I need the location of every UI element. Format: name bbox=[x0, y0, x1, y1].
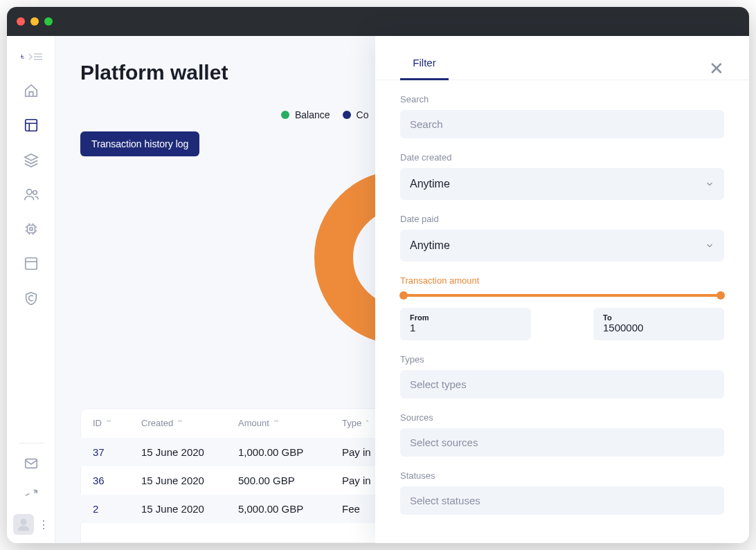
row-amount: 5,000.00 GBP bbox=[238, 503, 342, 515]
collapse-icon[interactable] bbox=[28, 53, 42, 60]
row-id-link[interactable]: 36 bbox=[93, 475, 105, 486]
th-id[interactable]: ID˄˅ bbox=[93, 418, 141, 428]
titlebar bbox=[7, 7, 749, 36]
chevron-down-icon bbox=[705, 179, 714, 189]
filter-tab[interactable]: Filter bbox=[400, 57, 449, 80]
row-amount: 1,000.00 GBP bbox=[238, 446, 342, 458]
content: ⋮ Platform wallet Balance Co Transaction… bbox=[7, 36, 749, 543]
amount-from-input[interactable]: From 1 bbox=[400, 308, 531, 340]
date-paid-label: Date paid bbox=[400, 214, 724, 224]
row-id-link[interactable]: 37 bbox=[93, 446, 105, 458]
share-icon[interactable] bbox=[24, 488, 39, 503]
close-icon[interactable]: ✕ bbox=[709, 59, 724, 77]
svg-point-1 bbox=[26, 190, 31, 194]
sidebar: ⋮ bbox=[7, 36, 55, 543]
row-created: 15 June 2020 bbox=[141, 503, 238, 515]
date-created-select[interactable]: Anytime bbox=[400, 168, 724, 200]
types-select[interactable]: Select types bbox=[400, 370, 724, 398]
layers-icon[interactable] bbox=[24, 152, 39, 167]
sources-label: Sources bbox=[400, 412, 724, 423]
statuses-label: Statuses bbox=[400, 470, 724, 481]
sidebar-nav bbox=[24, 83, 39, 306]
slider-handle-from[interactable] bbox=[399, 291, 408, 300]
date-paid-select[interactable]: Anytime bbox=[400, 230, 724, 262]
chip-icon[interactable] bbox=[24, 221, 39, 237]
shield-icon[interactable] bbox=[24, 291, 39, 306]
row-amount: 500.00 GBP bbox=[238, 475, 342, 486]
chevron-down-icon bbox=[705, 241, 714, 250]
window-controls bbox=[17, 17, 53, 26]
row-id-link[interactable]: 2 bbox=[93, 503, 98, 515]
window-close-button[interactable] bbox=[17, 17, 25, 26]
app-window: ⋮ Platform wallet Balance Co Transaction… bbox=[7, 7, 749, 543]
th-amount[interactable]: Amount˄˅ bbox=[238, 418, 342, 428]
transaction-amount-label: Transaction amount bbox=[400, 275, 724, 286]
search-input[interactable] bbox=[400, 110, 724, 138]
legend-balance: Balance bbox=[281, 109, 330, 120]
svg-point-7 bbox=[20, 519, 26, 525]
legend-dot-compare bbox=[343, 111, 351, 119]
svg-rect-0 bbox=[25, 120, 37, 131]
window-maximize-button[interactable] bbox=[44, 17, 53, 26]
avatar[interactable] bbox=[13, 514, 34, 535]
sidebar-divider bbox=[19, 443, 44, 443]
svg-rect-3 bbox=[27, 226, 35, 233]
types-label: Types bbox=[400, 354, 724, 365]
avatar-row[interactable]: ⋮ bbox=[13, 514, 49, 535]
sources-select[interactable]: Select sources bbox=[400, 428, 724, 457]
panel-icon[interactable] bbox=[24, 256, 39, 271]
kebab-icon[interactable]: ⋮ bbox=[38, 518, 49, 531]
date-created-label: Date created bbox=[400, 152, 724, 163]
filter-header: Filter ✕ bbox=[400, 57, 724, 80]
statuses-select[interactable]: Select statuses bbox=[400, 486, 724, 515]
sidebar-bottom bbox=[24, 456, 39, 503]
mail-icon[interactable] bbox=[24, 456, 39, 471]
svg-rect-4 bbox=[30, 228, 33, 230]
svg-rect-5 bbox=[25, 258, 37, 270]
brand-logo[interactable] bbox=[20, 46, 42, 68]
svg-point-2 bbox=[33, 191, 37, 195]
legend-compare: Co bbox=[343, 109, 369, 120]
slider-handle-to[interactable] bbox=[717, 291, 725, 300]
amount-to-input[interactable]: To 1500000 bbox=[593, 308, 724, 340]
window-minimize-button[interactable] bbox=[30, 17, 39, 26]
row-created: 15 June 2020 bbox=[141, 475, 238, 486]
legend-dot-balance bbox=[281, 111, 289, 119]
amount-slider[interactable] bbox=[400, 294, 724, 297]
transaction-history-log-button[interactable]: Transaction history log bbox=[80, 131, 199, 156]
users-icon[interactable] bbox=[24, 187, 39, 202]
row-created: 15 June 2020 bbox=[141, 446, 238, 458]
home-icon[interactable] bbox=[24, 83, 39, 98]
dashboard-icon[interactable] bbox=[24, 118, 39, 133]
th-created[interactable]: Created˄˅ bbox=[141, 418, 238, 428]
search-label: Search bbox=[400, 94, 724, 104]
filter-panel: Filter ✕ Search Date created Anytime Dat… bbox=[375, 36, 749, 543]
